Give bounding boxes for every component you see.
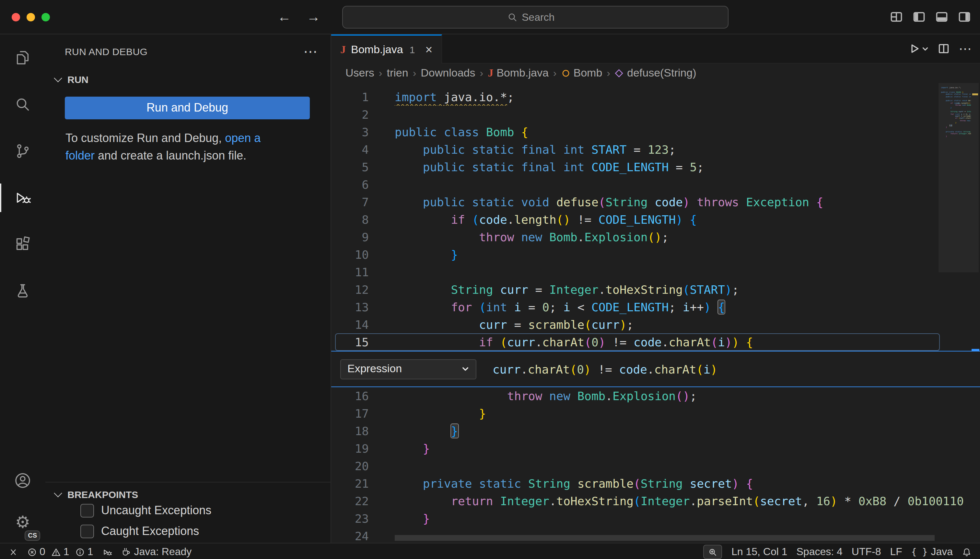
code-line-13[interactable]: 13 for (int i = 0; i < CODE_LENGTH; i++)… bbox=[331, 298, 980, 316]
code-line-14[interactable]: 14 curr = scramble(curr); bbox=[331, 316, 980, 333]
code-line-1[interactable]: 1import java.io.*; bbox=[331, 88, 980, 106]
views-more-actions-button[interactable]: ⋯ bbox=[304, 48, 318, 55]
line-number[interactable]: 18 bbox=[331, 422, 369, 440]
code-line-8[interactable]: 8 if (code.length() != CODE_LENGTH) { bbox=[331, 211, 980, 228]
line-number[interactable]: 1 bbox=[331, 88, 369, 106]
code-line-23[interactable]: 23 } bbox=[331, 510, 980, 527]
breadcrumb-downloads[interactable]: Downloads bbox=[421, 67, 475, 80]
expression-text[interactable]: curr.charAt(0) != code.charAt(i) bbox=[493, 362, 718, 376]
code-line-21[interactable]: 21 private static String scramble(String… bbox=[331, 475, 980, 492]
breakpoint-item[interactable]: Uncaught Exceptions bbox=[45, 500, 330, 521]
code-line-22[interactable]: 22 return Integer.toHexString(Integer.pa… bbox=[331, 492, 980, 510]
breakpoint-item[interactable]: Caught Exceptions bbox=[45, 521, 330, 541]
toggle-secondary-sidebar-icon[interactable] bbox=[958, 10, 971, 23]
breadcrumb-method[interactable]: defuse(String) bbox=[615, 67, 696, 80]
encoding-status[interactable]: UTF-8 bbox=[847, 543, 886, 559]
line-number[interactable]: 5 bbox=[331, 158, 369, 176]
code-line-16[interactable]: 16 throw new Bomb.Explosion(); bbox=[331, 387, 980, 405]
debug-status-button[interactable] bbox=[97, 543, 116, 559]
java-status[interactable]: Java: Ready bbox=[116, 543, 196, 559]
line-number[interactable]: 24 bbox=[331, 527, 369, 543]
code-line-2[interactable]: 2 bbox=[331, 106, 980, 123]
line-number[interactable]: 19 bbox=[331, 440, 369, 457]
sidebar-item-search[interactable] bbox=[0, 81, 45, 128]
search-input[interactable] bbox=[522, 12, 563, 23]
indentation-status[interactable]: Spaces: 4 bbox=[792, 543, 847, 559]
line-number[interactable]: 17 bbox=[331, 405, 369, 422]
line-number[interactable]: 9 bbox=[331, 228, 369, 246]
breadcrumb-class[interactable]: Bomb bbox=[561, 67, 602, 80]
run-file-button[interactable] bbox=[909, 43, 929, 55]
cursor-position[interactable]: Ln 15, Col 1 bbox=[727, 543, 792, 559]
customize-layout-icon[interactable] bbox=[890, 10, 903, 23]
language-status[interactable]: { } Java bbox=[907, 543, 957, 559]
sidebar-item-testing[interactable] bbox=[0, 268, 45, 314]
code-line-9[interactable]: 9 throw new Bomb.Explosion(); bbox=[331, 228, 980, 246]
line-number[interactable]: 8 bbox=[331, 211, 369, 228]
line-number[interactable]: 3 bbox=[331, 123, 369, 141]
tab-close-icon[interactable]: × bbox=[425, 43, 432, 57]
line-number[interactable]: 7 bbox=[331, 193, 369, 211]
code-line-20[interactable]: 20 bbox=[331, 457, 980, 475]
toggle-panel-icon[interactable] bbox=[935, 10, 948, 23]
eol-status[interactable]: LF bbox=[885, 543, 906, 559]
code-line-18[interactable]: 18 } bbox=[331, 422, 980, 440]
forward-button[interactable]: → bbox=[307, 9, 320, 25]
code-line-17[interactable]: 17 } bbox=[331, 405, 980, 422]
remote-indicator[interactable] bbox=[4, 543, 23, 559]
sidebar-item-extensions[interactable] bbox=[0, 221, 45, 268]
settings-button[interactable]: ⚙ CS bbox=[0, 501, 45, 543]
problems-status[interactable]: 0 1 1 bbox=[23, 543, 97, 559]
zoom-indicator[interactable] bbox=[699, 543, 727, 559]
line-number[interactable]: 15 bbox=[331, 333, 369, 351]
line-number[interactable]: 14 bbox=[331, 316, 369, 333]
breadcrumb-users[interactable]: Users bbox=[345, 67, 374, 80]
line-number[interactable]: 12 bbox=[331, 281, 369, 298]
line-number[interactable]: 13 bbox=[331, 298, 369, 316]
code-line-5[interactable]: 5 public static final int CODE_LENGTH = … bbox=[331, 158, 980, 176]
line-number[interactable]: 16 bbox=[331, 387, 369, 405]
sidebar-item-explorer[interactable] bbox=[0, 35, 45, 81]
back-button[interactable]: ← bbox=[277, 9, 291, 25]
code-line-4[interactable]: 4 public static final int START = 123; bbox=[331, 141, 980, 158]
code-line-15[interactable]: 15 if (curr.charAt(0) != code.charAt(i))… bbox=[331, 333, 980, 351]
code-editor[interactable]: 1import java.io.*;23public class Bomb {4… bbox=[331, 83, 980, 543]
line-number[interactable]: 4 bbox=[331, 141, 369, 158]
code-line-19[interactable]: 19 } bbox=[331, 440, 980, 457]
line-number[interactable]: 11 bbox=[331, 263, 369, 281]
code-line-7[interactable]: 7 public static void defuse(String code)… bbox=[331, 193, 980, 211]
line-number[interactable]: 21 bbox=[331, 475, 369, 492]
line-number[interactable]: 23 bbox=[331, 510, 369, 527]
line-number[interactable]: 2 bbox=[331, 106, 369, 123]
breadcrumb-trien[interactable]: trien bbox=[387, 67, 408, 80]
code-line-6[interactable]: 6 bbox=[331, 176, 980, 193]
code-line-12[interactable]: 12 String curr = Integer.toHexString(STA… bbox=[331, 281, 980, 298]
expression-type-dropdown[interactable]: Expression bbox=[340, 359, 477, 379]
breadcrumb-file[interactable]: J Bomb.java bbox=[488, 67, 549, 80]
line-number[interactable]: 20 bbox=[331, 457, 369, 475]
run-section-header[interactable]: RUN bbox=[45, 74, 330, 85]
line-number[interactable]: 10 bbox=[331, 246, 369, 263]
line-number[interactable]: 6 bbox=[331, 176, 369, 193]
command-center-search[interactable] bbox=[342, 6, 729, 28]
minimize-window-button[interactable] bbox=[26, 13, 35, 21]
code-line-11[interactable]: 11 bbox=[331, 263, 980, 281]
maximize-window-button[interactable] bbox=[41, 13, 50, 21]
tab-bomb-java[interactable]: J Bomb.java 1 × bbox=[331, 35, 442, 64]
breakpoint-checkbox[interactable] bbox=[80, 504, 94, 517]
split-editor-button[interactable] bbox=[938, 43, 950, 55]
code-line-10[interactable]: 10 } bbox=[331, 246, 980, 263]
code-line-3[interactable]: 3public class Bomb { bbox=[331, 123, 980, 141]
line-number[interactable]: 22 bbox=[331, 492, 369, 510]
account-button[interactable] bbox=[0, 460, 45, 501]
sidebar-item-run-and-debug[interactable] bbox=[0, 174, 45, 221]
run-and-debug-button[interactable]: Run and Debug bbox=[65, 97, 310, 119]
notifications-button[interactable] bbox=[957, 543, 976, 559]
editor-more-actions-button[interactable]: ⋯ bbox=[959, 41, 972, 56]
horizontal-scrollbar[interactable] bbox=[395, 535, 935, 541]
toggle-primary-sidebar-icon[interactable] bbox=[912, 10, 926, 23]
sidebar-item-source-control[interactable] bbox=[0, 128, 45, 174]
breakpoints-section-header[interactable]: BREAKPOINTS bbox=[45, 489, 330, 500]
breakpoint-checkbox[interactable] bbox=[80, 524, 94, 538]
close-window-button[interactable] bbox=[12, 13, 20, 21]
